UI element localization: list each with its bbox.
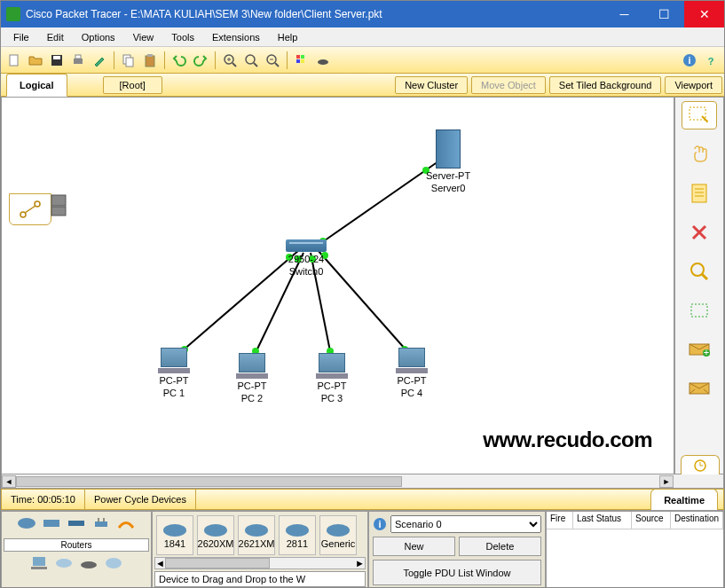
custom-device-icon[interactable] [313,51,333,70]
delete-tool[interactable] [682,218,717,247]
svg-rect-66 [95,521,107,527]
menu-tools[interactable]: Tools [162,30,203,44]
zoom-out-icon[interactable] [263,51,282,70]
sim-time: Time: 00:05:10 [2,490,85,509]
svg-point-73 [106,558,122,568]
device-list-panel: 1841 2620XM 2621XM 2811 Generic ◄► Devic… [152,511,368,588]
move-object-button[interactable]: Move Object [471,76,546,94]
copy-icon[interactable] [119,51,138,70]
toggle-pdu-list-button[interactable]: Toggle PDU List Window [373,560,541,585]
set-tiled-bg-button[interactable]: Set Tiled Background [549,76,662,94]
device-item-1841[interactable]: 1841 [156,515,193,555]
svg-point-74 [163,524,186,537]
scenario-select[interactable]: Scenario 0 [390,515,541,533]
col-source[interactable]: Source [632,512,671,529]
redo-icon[interactable] [191,51,210,70]
cat-enddevices-icon[interactable] [28,553,50,573]
device-switch0[interactable]: 2950-24 Switch0 [286,239,327,277]
select-tool[interactable] [682,101,717,129]
move-layout-tool[interactable] [682,140,717,169]
info-icon: i [373,517,387,531]
device-type-label: PC-PT [396,375,428,386]
device-list-scrollbar[interactable]: ◄► [154,557,366,569]
device-item-generic[interactable]: Generic [319,515,357,555]
info-icon[interactable]: i [680,51,699,70]
zoom-reset-icon[interactable] [241,51,261,70]
svg-rect-19 [301,55,304,59]
device-type-label: Server-PT [426,170,470,181]
device-item-2811[interactable]: 2811 [279,515,316,555]
canvas-hscrollbar[interactable]: ◄ ► [1,474,724,489]
new-file-icon[interactable] [4,51,24,70]
menu-options[interactable]: Options [73,30,124,44]
help-icon[interactable]: ? [701,51,721,70]
wizard-icon[interactable] [90,51,109,70]
svg-rect-7 [146,56,154,67]
device-pc4[interactable]: PC-PT PC 4 [396,348,428,398]
paste-icon[interactable] [140,51,160,70]
open-file-icon[interactable] [26,51,45,70]
print-icon[interactable] [68,51,88,70]
cat-multiuser-icon[interactable] [103,553,124,573]
device-item-2621xm[interactable]: 2621XM [238,515,275,555]
device-pc1[interactable]: PC-PT PC 1 [158,348,190,398]
menu-help[interactable]: Help [269,30,307,44]
scenario-new-button[interactable]: New [373,537,455,556]
palette-icon[interactable] [292,51,311,70]
svg-point-13 [246,55,255,64]
resize-tool[interactable] [682,296,717,325]
cat-wan-icon[interactable] [53,553,75,573]
device-name-label: PC 2 [236,393,268,404]
tab-logical[interactable]: Logical [6,74,67,97]
simple-pdu-tool[interactable]: + [682,335,717,364]
scenario-delete-button[interactable]: Delete [459,537,541,556]
svg-point-22 [318,59,328,65]
cat-routers-icon[interactable] [16,514,37,533]
svg-rect-70 [31,567,47,569]
inspect-tool[interactable] [682,257,717,286]
complex-pdu-tool[interactable] [682,374,717,403]
col-last-status[interactable]: Last Status [573,512,632,529]
svg-text:i: i [378,519,381,529]
workspace-navbar: Logical [Root] New Cluster Move Object S… [1,74,724,97]
cat-wireless-icon[interactable] [91,514,112,533]
menu-file[interactable]: File [4,30,38,44]
undo-icon[interactable] [169,51,189,70]
svg-rect-6 [126,58,133,67]
col-fire[interactable]: Fire [547,512,573,529]
cat-connections-icon[interactable] [115,514,137,533]
viewport-button[interactable]: Viewport [665,76,722,94]
close-button[interactable]: ✕ [684,1,724,27]
save-icon[interactable] [47,51,67,70]
svg-text:?: ? [708,56,714,67]
tab-realtime[interactable]: Realtime [650,489,718,510]
power-cycle-button[interactable]: Power Cycle Devices [85,490,196,509]
svg-line-10 [232,63,236,67]
scroll-thumb[interactable] [16,476,402,487]
place-note-tool[interactable] [682,179,717,208]
device-pc2[interactable]: PC-PT PC 2 [236,353,268,404]
cat-switches-icon[interactable] [41,514,62,533]
menu-edit[interactable]: Edit [38,30,73,44]
menu-view[interactable]: View [124,30,163,44]
device-name-label: Server0 [426,183,470,193]
svg-rect-2 [53,56,60,59]
maximize-button[interactable]: ☐ [644,1,684,27]
svg-rect-3 [74,59,83,64]
device-pc3[interactable]: PC-PT PC 3 [316,353,348,404]
device-name-label: PC 1 [158,388,190,398]
menu-extensions[interactable]: Extensions [203,30,269,44]
device-item-2620xm[interactable]: 2620XM [197,515,234,555]
cat-custom-icon[interactable] [78,553,99,573]
realtime-clock-tab[interactable] [681,455,720,474]
root-button[interactable]: [Root] [103,76,162,94]
device-server0[interactable]: Server-PT Server0 [426,129,470,193]
zoom-in-icon[interactable] [220,51,240,70]
logical-workspace[interactable]: Server-PT Server0 2950-24 Switch0 PC-PT … [1,97,674,474]
scroll-right-arrow[interactable]: ► [659,475,674,488]
scroll-left-arrow[interactable]: ◄ [2,475,16,488]
col-destination[interactable]: Destination [671,512,723,529]
cat-hubs-icon[interactable] [66,514,87,533]
new-cluster-button[interactable]: New Cluster [395,76,468,94]
minimize-button[interactable]: ─ [604,1,644,27]
